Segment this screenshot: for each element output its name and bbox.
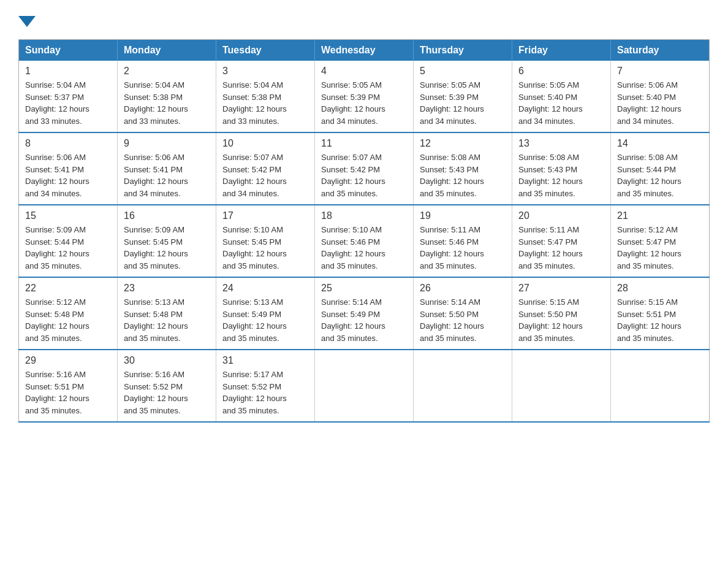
calendar-cell: 16 Sunrise: 5:09 AM Sunset: 5:45 PM Dayl…	[118, 205, 216, 277]
day-info: Sunrise: 5:05 AM Sunset: 5:40 PM Dayligh…	[518, 79, 604, 127]
calendar-cell: 25 Sunrise: 5:14 AM Sunset: 5:49 PM Dayl…	[315, 277, 414, 350]
day-info: Sunrise: 5:12 AM Sunset: 5:47 PM Dayligh…	[617, 224, 703, 272]
day-info: Sunrise: 5:12 AM Sunset: 5:48 PM Dayligh…	[25, 296, 111, 344]
calendar-cell	[315, 350, 414, 422]
day-info: Sunrise: 5:14 AM Sunset: 5:49 PM Dayligh…	[321, 296, 407, 344]
calendar-cell: 21 Sunrise: 5:12 AM Sunset: 5:47 PM Dayl…	[611, 205, 710, 277]
day-number: 21	[617, 210, 703, 221]
day-number: 11	[321, 138, 407, 149]
calendar-cell: 8 Sunrise: 5:06 AM Sunset: 5:41 PM Dayli…	[19, 132, 118, 205]
day-number: 29	[25, 355, 111, 366]
day-info: Sunrise: 5:08 AM Sunset: 5:44 PM Dayligh…	[617, 151, 703, 199]
day-number: 10	[222, 138, 308, 149]
calendar-cell: 7 Sunrise: 5:06 AM Sunset: 5:40 PM Dayli…	[611, 61, 710, 132]
calendar-cell: 22 Sunrise: 5:12 AM Sunset: 5:48 PM Dayl…	[19, 277, 118, 350]
day-number: 20	[518, 210, 604, 221]
calendar-cell	[414, 350, 512, 422]
calendar-cell: 17 Sunrise: 5:10 AM Sunset: 5:45 PM Dayl…	[216, 205, 315, 277]
calendar-cell: 20 Sunrise: 5:11 AM Sunset: 5:47 PM Dayl…	[512, 205, 611, 277]
logo-arrow-icon	[18, 16, 36, 27]
calendar-week-4: 22 Sunrise: 5:12 AM Sunset: 5:48 PM Dayl…	[19, 277, 710, 350]
calendar-week-5: 29 Sunrise: 5:16 AM Sunset: 5:51 PM Dayl…	[19, 350, 710, 422]
day-info: Sunrise: 5:15 AM Sunset: 5:51 PM Dayligh…	[617, 296, 703, 344]
calendar-cell: 14 Sunrise: 5:08 AM Sunset: 5:44 PM Dayl…	[611, 132, 710, 205]
calendar-cell: 13 Sunrise: 5:08 AM Sunset: 5:43 PM Dayl…	[512, 132, 611, 205]
day-info: Sunrise: 5:06 AM Sunset: 5:41 PM Dayligh…	[124, 151, 210, 199]
calendar-cell	[611, 350, 710, 422]
day-info: Sunrise: 5:13 AM Sunset: 5:48 PM Dayligh…	[124, 296, 210, 344]
day-number: 13	[518, 138, 604, 149]
day-number: 1	[25, 66, 111, 77]
calendar-cell: 3 Sunrise: 5:04 AM Sunset: 5:38 PM Dayli…	[216, 61, 315, 132]
calendar-cell: 12 Sunrise: 5:08 AM Sunset: 5:43 PM Dayl…	[414, 132, 512, 205]
day-info: Sunrise: 5:14 AM Sunset: 5:50 PM Dayligh…	[420, 296, 506, 344]
calendar-header: SundayMondayTuesdayWednesdayThursdayFrid…	[19, 40, 710, 61]
calendar-cell: 18 Sunrise: 5:10 AM Sunset: 5:46 PM Dayl…	[315, 205, 414, 277]
calendar-week-1: 1 Sunrise: 5:04 AM Sunset: 5:37 PM Dayli…	[19, 61, 710, 132]
day-number: 8	[25, 138, 111, 149]
calendar-cell: 1 Sunrise: 5:04 AM Sunset: 5:37 PM Dayli…	[19, 61, 118, 132]
day-info: Sunrise: 5:04 AM Sunset: 5:38 PM Dayligh…	[124, 79, 210, 127]
logo	[18, 12, 36, 27]
header-day-saturday: Saturday	[611, 40, 710, 61]
day-info: Sunrise: 5:13 AM Sunset: 5:49 PM Dayligh…	[222, 296, 308, 344]
header-row: SundayMondayTuesdayWednesdayThursdayFrid…	[19, 40, 710, 61]
day-number: 30	[124, 355, 210, 366]
day-info: Sunrise: 5:16 AM Sunset: 5:52 PM Dayligh…	[124, 369, 210, 416]
day-number: 16	[124, 210, 210, 221]
calendar-cell: 26 Sunrise: 5:14 AM Sunset: 5:50 PM Dayl…	[414, 277, 512, 350]
calendar-cell: 19 Sunrise: 5:11 AM Sunset: 5:46 PM Dayl…	[414, 205, 512, 277]
day-number: 24	[222, 283, 308, 294]
calendar-cell	[512, 350, 611, 422]
calendar-cell: 6 Sunrise: 5:05 AM Sunset: 5:40 PM Dayli…	[512, 61, 611, 132]
day-info: Sunrise: 5:16 AM Sunset: 5:51 PM Dayligh…	[25, 369, 111, 416]
day-info: Sunrise: 5:08 AM Sunset: 5:43 PM Dayligh…	[518, 151, 604, 199]
calendar-cell: 15 Sunrise: 5:09 AM Sunset: 5:44 PM Dayl…	[19, 205, 118, 277]
day-number: 25	[321, 283, 407, 294]
day-info: Sunrise: 5:06 AM Sunset: 5:40 PM Dayligh…	[617, 79, 703, 127]
day-number: 3	[222, 66, 308, 77]
day-number: 19	[420, 210, 506, 221]
day-info: Sunrise: 5:04 AM Sunset: 5:37 PM Dayligh…	[25, 79, 111, 127]
day-info: Sunrise: 5:11 AM Sunset: 5:46 PM Dayligh…	[420, 224, 506, 272]
day-info: Sunrise: 5:15 AM Sunset: 5:50 PM Dayligh…	[518, 296, 604, 344]
calendar-cell: 10 Sunrise: 5:07 AM Sunset: 5:42 PM Dayl…	[216, 132, 315, 205]
page-header	[18, 12, 710, 27]
calendar-week-2: 8 Sunrise: 5:06 AM Sunset: 5:41 PM Dayli…	[19, 132, 710, 205]
day-info: Sunrise: 5:10 AM Sunset: 5:46 PM Dayligh…	[321, 224, 407, 272]
calendar-week-3: 15 Sunrise: 5:09 AM Sunset: 5:44 PM Dayl…	[19, 205, 710, 277]
calendar-table: SundayMondayTuesdayWednesdayThursdayFrid…	[18, 39, 710, 423]
header-day-sunday: Sunday	[19, 40, 118, 61]
calendar-cell: 28 Sunrise: 5:15 AM Sunset: 5:51 PM Dayl…	[611, 277, 710, 350]
header-day-monday: Monday	[118, 40, 216, 61]
calendar-cell: 4 Sunrise: 5:05 AM Sunset: 5:39 PM Dayli…	[315, 61, 414, 132]
day-number: 28	[617, 283, 703, 294]
day-info: Sunrise: 5:11 AM Sunset: 5:47 PM Dayligh…	[518, 224, 604, 272]
day-info: Sunrise: 5:04 AM Sunset: 5:38 PM Dayligh…	[222, 79, 308, 127]
calendar-cell: 11 Sunrise: 5:07 AM Sunset: 5:42 PM Dayl…	[315, 132, 414, 205]
day-number: 17	[222, 210, 308, 221]
calendar-cell: 31 Sunrise: 5:17 AM Sunset: 5:52 PM Dayl…	[216, 350, 315, 422]
day-number: 2	[124, 66, 210, 77]
day-number: 6	[518, 66, 604, 77]
day-info: Sunrise: 5:07 AM Sunset: 5:42 PM Dayligh…	[321, 151, 407, 199]
day-info: Sunrise: 5:05 AM Sunset: 5:39 PM Dayligh…	[420, 79, 506, 127]
day-number: 9	[124, 138, 210, 149]
day-number: 23	[124, 283, 210, 294]
day-info: Sunrise: 5:08 AM Sunset: 5:43 PM Dayligh…	[420, 151, 506, 199]
calendar-cell: 5 Sunrise: 5:05 AM Sunset: 5:39 PM Dayli…	[414, 61, 512, 132]
calendar-cell: 23 Sunrise: 5:13 AM Sunset: 5:48 PM Dayl…	[118, 277, 216, 350]
day-number: 27	[518, 283, 604, 294]
day-number: 14	[617, 138, 703, 149]
day-number: 12	[420, 138, 506, 149]
header-day-thursday: Thursday	[414, 40, 512, 61]
header-day-friday: Friday	[512, 40, 611, 61]
calendar-cell: 9 Sunrise: 5:06 AM Sunset: 5:41 PM Dayli…	[118, 132, 216, 205]
day-number: 5	[420, 66, 506, 77]
day-info: Sunrise: 5:09 AM Sunset: 5:45 PM Dayligh…	[124, 224, 210, 272]
day-info: Sunrise: 5:06 AM Sunset: 5:41 PM Dayligh…	[25, 151, 111, 199]
day-info: Sunrise: 5:07 AM Sunset: 5:42 PM Dayligh…	[222, 151, 308, 199]
calendar-cell: 29 Sunrise: 5:16 AM Sunset: 5:51 PM Dayl…	[19, 350, 118, 422]
calendar-cell: 24 Sunrise: 5:13 AM Sunset: 5:49 PM Dayl…	[216, 277, 315, 350]
day-number: 15	[25, 210, 111, 221]
